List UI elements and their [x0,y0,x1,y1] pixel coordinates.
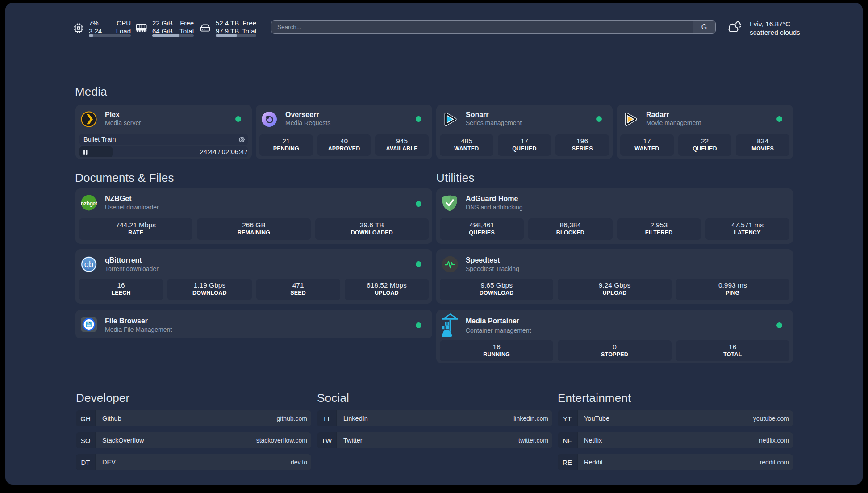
svg-text:qb: qb [84,259,94,269]
svg-text:nzbget: nzbget [81,201,97,207]
